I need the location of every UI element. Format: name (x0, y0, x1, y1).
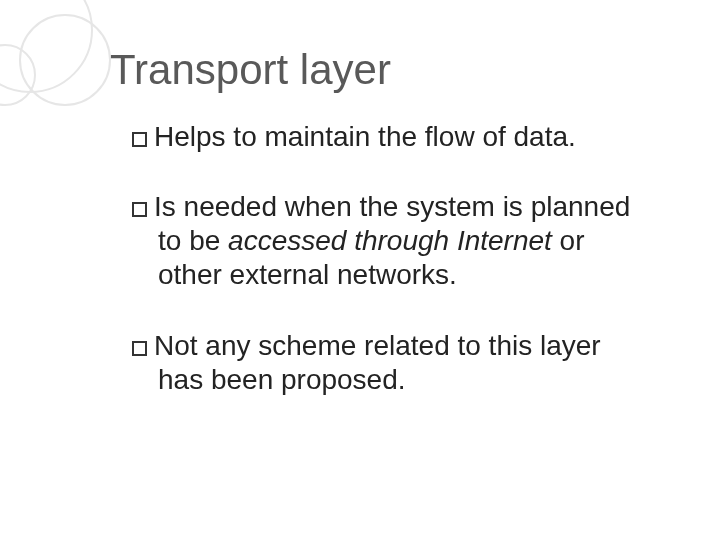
square-bullet-icon (132, 202, 147, 217)
square-bullet-icon (132, 132, 147, 147)
slide-title: Transport layer (110, 46, 650, 94)
bullet-text: Not any scheme related to this layer has… (154, 330, 601, 395)
slide-content: Transport layer Helps to maintain the fl… (0, 0, 720, 463)
bullet-text: Helps to maintain the flow of data. (154, 121, 576, 152)
bullet-item: Helps to maintain the flow of data. (132, 120, 650, 154)
square-bullet-icon (132, 341, 147, 356)
bullet-item: Not any scheme related to this layer has… (132, 329, 650, 397)
bullet-list: Helps to maintain the flow of data. Is n… (110, 120, 650, 397)
bullet-text-italic: accessed through Internet (228, 225, 552, 256)
bullet-item: Is needed when the system is planned to … (132, 190, 650, 292)
